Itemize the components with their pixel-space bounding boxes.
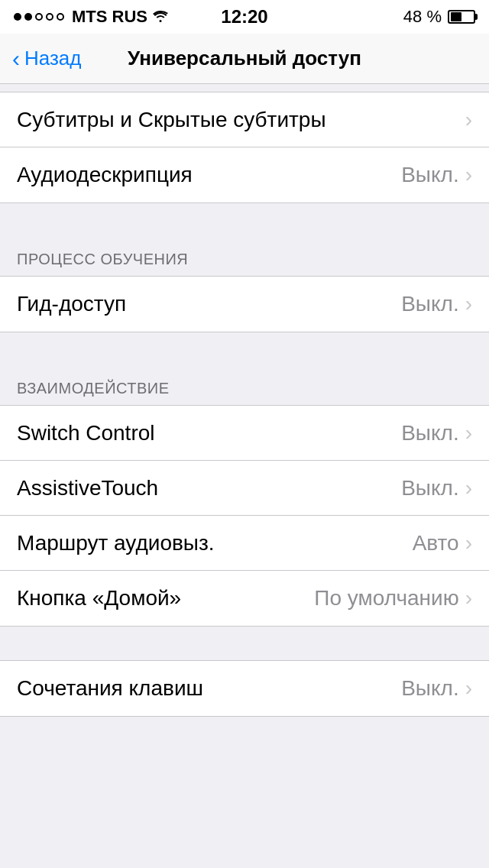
item-value-switch-control: Выкл. (401, 421, 458, 445)
item-right-subtitles: › (465, 109, 472, 131)
item-label-audio-routing: Маршрут аудиовыз. (17, 531, 215, 555)
spacer-1 (0, 203, 489, 237)
list-item-audiodesc[interactable]: Аудиодескрипция Выкл. › (0, 147, 489, 202)
content: Субтитры и Скрытые субтитры › Аудиодескр… (0, 84, 489, 750)
section-media: Субтитры и Скрытые субтитры › Аудиодескр… (0, 92, 489, 203)
status-time: 12:20 (221, 6, 267, 28)
back-button[interactable]: ‹ Назад (12, 47, 82, 70)
spacer-2 (0, 332, 489, 366)
list-item-assistive-touch[interactable]: AssistiveTouch Выкл. › (0, 461, 489, 516)
list-item-audio-routing[interactable]: Маршрут аудиовыз. Авто › (0, 516, 489, 571)
chevron-icon-subtitles: › (465, 109, 472, 131)
item-label-assistive-touch: AssistiveTouch (17, 476, 158, 500)
item-right-shortcuts: Выкл. › (401, 676, 472, 701)
nav-bar: ‹ Назад Универсальный доступ (0, 34, 489, 84)
signal-dots (14, 13, 64, 21)
chevron-icon-audiodesc: › (465, 164, 472, 186)
list-item-shortcuts[interactable]: Сочетания клавиш Выкл. › (0, 661, 489, 716)
item-value-guided-access: Выкл. (401, 292, 458, 316)
item-label-shortcuts: Сочетания клавиш (17, 676, 203, 701)
item-right-assistive-touch: Выкл. › (401, 476, 472, 500)
item-label-subtitles: Субтитры и Скрытые субтитры (17, 108, 326, 132)
chevron-icon-assistive-touch: › (465, 478, 472, 499)
battery-percentage: 48 % (403, 7, 442, 27)
chevron-icon-audio-routing: › (465, 533, 472, 554)
item-value-audio-routing: Авто (413, 531, 459, 555)
section-header-interaction: ВЗАИМОДЕЙСТВИЕ (0, 366, 489, 405)
chevron-icon-switch-control: › (465, 423, 472, 444)
chevron-icon-guided-access: › (465, 293, 472, 315)
dot-5 (57, 13, 64, 21)
carrier-name: MTS RUS (72, 7, 147, 27)
item-value-assistive-touch: Выкл. (401, 476, 458, 500)
status-right: 48 % (403, 7, 475, 27)
item-value-audiodesc: Выкл. (401, 163, 458, 187)
list-item-subtitles[interactable]: Субтитры и Скрытые субтитры › (0, 92, 489, 147)
list-item-guided-access[interactable]: Гид-доступ Выкл. › (0, 277, 489, 332)
item-value-shortcuts: Выкл. (401, 676, 458, 701)
battery-icon (448, 10, 475, 24)
status-bar: MTS RUS 12:20 48 % (0, 0, 489, 34)
chevron-icon-shortcuts: › (465, 678, 472, 699)
item-label-home-button: Кнопка «Домой» (17, 586, 181, 611)
section-learning: Гид-доступ Выкл. › (0, 276, 489, 332)
page-title: Универсальный доступ (128, 47, 361, 70)
dot-3 (35, 13, 43, 21)
dot-4 (46, 13, 53, 21)
item-right-audio-routing: Авто › (413, 531, 472, 555)
item-right-guided-access: Выкл. › (401, 292, 472, 316)
item-value-home-button: По умолчанию (314, 586, 458, 611)
chevron-icon-home-button: › (465, 588, 472, 609)
section-header-learning: ПРОЦЕСС ОБУЧЕНИЯ (0, 237, 489, 276)
item-label-switch-control: Switch Control (17, 421, 155, 445)
dot-2 (24, 13, 32, 21)
list-item-home-button[interactable]: Кнопка «Домой» По умолчанию › (0, 571, 489, 626)
item-right-switch-control: Выкл. › (401, 421, 472, 445)
top-spacer (0, 84, 489, 92)
spacer-3 (0, 627, 489, 660)
bottom-spacer (0, 717, 489, 750)
wifi-icon (152, 8, 169, 26)
section-keyboard: Сочетания клавиш Выкл. › (0, 660, 489, 717)
item-label-guided-access: Гид-доступ (17, 292, 126, 316)
section-interaction: Switch Control Выкл. › AssistiveTouch Вы… (0, 405, 489, 627)
list-item-switch-control[interactable]: Switch Control Выкл. › (0, 406, 489, 461)
item-label-audiodesc: Аудиодескрипция (17, 163, 193, 187)
back-label: Назад (24, 47, 82, 70)
battery-fill (451, 12, 461, 21)
item-right-audiodesc: Выкл. › (401, 163, 472, 187)
item-right-home-button: По умолчанию › (314, 586, 472, 611)
dot-1 (14, 13, 21, 21)
status-left: MTS RUS (14, 7, 169, 27)
back-chevron-icon: ‹ (12, 47, 20, 70)
